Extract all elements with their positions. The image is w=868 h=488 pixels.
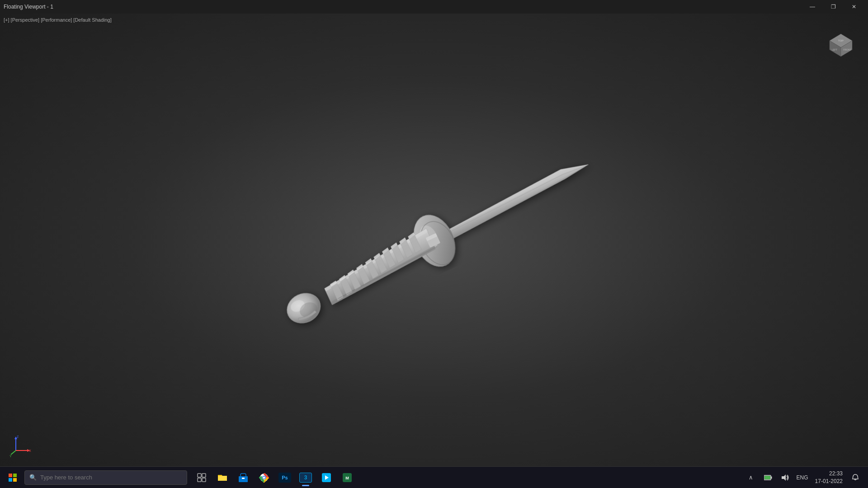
clock-date: 17-01-2022 [815,478,843,485]
tray-battery-icon[interactable] [761,470,775,485]
svg-text:Y: Y [9,455,12,457]
svg-text:X: X [29,449,31,452]
svg-text:FRONT: FRONT [843,48,851,51]
clock[interactable]: 22:33 17-01-2022 [812,468,845,488]
svg-text:M: M [345,476,349,480]
svg-line-20 [11,450,16,455]
taskbar-icon-app8[interactable]: M [337,468,357,488]
taskbar-icon-photoshop[interactable]: Ps [275,468,295,488]
nav-cube[interactable]: TOP LEFT FRONT [827,32,854,59]
svg-point-31 [263,476,265,479]
clock-time: 22:33 [829,470,843,478]
svg-rect-23 [202,474,206,477]
taskbar-icon-3dsmax[interactable]: 3 [296,468,316,488]
taskbar-icon-store[interactable] [233,468,253,488]
language-label: ENG [797,474,808,481]
tray-volume-icon[interactable] [778,470,793,485]
svg-rect-27 [242,478,245,479]
chevron-up-icon: ∧ [749,474,753,481]
svg-rect-22 [198,474,201,477]
windows-logo [9,474,17,482]
axes-indicator: Z X Y [9,435,32,457]
svg-rect-25 [202,478,206,482]
taskbar-icon-fileexplorer[interactable] [212,468,232,488]
taskbar: 🔍 [0,466,868,488]
svg-marker-39 [782,474,786,481]
taskbar-icon-chrome[interactable] [254,468,274,488]
svg-rect-24 [198,478,201,482]
svg-rect-38 [764,476,770,479]
search-icon: 🔍 [29,474,37,481]
close-button[interactable]: ✕ [844,0,864,14]
tray-language-indicator[interactable]: ENG [795,470,810,485]
search-bar[interactable]: 🔍 [24,470,187,485]
maximize-button[interactable]: ❐ [823,0,844,14]
taskbar-icon-mediaplayer[interactable] [316,468,336,488]
search-input[interactable] [40,474,182,481]
taskbar-icon-taskview[interactable] [192,468,212,488]
viewport-label[interactable]: [+] [Perspective] [Performance] [Default… [4,17,112,23]
svg-text:Z: Z [17,435,19,438]
system-tray: ∧ ENG 22:33 17-01-2022 [744,468,866,488]
taskbar-icons: Ps 3 M [192,468,743,488]
titlebar-controls: — ❐ ✕ [802,0,864,14]
tray-chevron-button[interactable]: ∧ [744,470,758,485]
viewport[interactable]: [+] [Perspective] [Performance] [Default… [0,14,868,466]
titlebar-title: Floating Viewport - 1 [4,4,53,10]
svg-rect-37 [771,476,772,479]
minimize-button[interactable]: — [802,0,823,14]
svg-rect-26 [239,476,248,482]
titlebar: Floating Viewport - 1 — ❐ ✕ [0,0,868,14]
start-button[interactable] [2,467,24,488]
notification-button[interactable] [848,468,863,488]
dagger-3d-model [0,14,868,466]
svg-text:TOP: TOP [838,39,844,42]
svg-text:LEFT: LEFT [832,48,837,51]
